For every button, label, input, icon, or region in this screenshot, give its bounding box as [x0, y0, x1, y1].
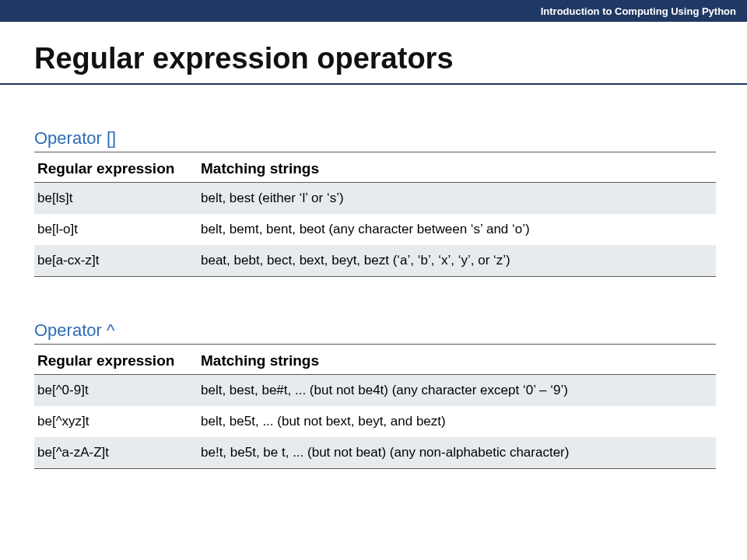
slide-content: Operator [] Regular expression Matching …: [0, 128, 747, 469]
col-header-regex: Regular expression: [34, 348, 198, 375]
cell-regex: be[l-o]t: [34, 214, 198, 245]
table-caret: Regular expression Matching strings be[^…: [34, 348, 716, 469]
table-bracket: Regular expression Matching strings be[l…: [34, 156, 716, 277]
table-row: be[^a-zA-Z]t be!t, be5t, be t, ... (but …: [34, 437, 716, 469]
cell-regex: be[^a-zA-Z]t: [34, 437, 198, 469]
cell-regex: be[ls]t: [34, 183, 198, 215]
col-header-match: Matching strings: [198, 156, 716, 183]
table-header-row: Regular expression Matching strings: [34, 156, 716, 183]
cell-match: belt, be5t, ... (but not bext, beyt, and…: [198, 406, 716, 437]
table-row: be[a-cx-z]t beat, bebt, bect, bext, beyt…: [34, 245, 716, 277]
section-label-caret: Operator ^: [34, 320, 716, 345]
section-label-bracket: Operator []: [34, 128, 716, 152]
cell-match: be!t, be5t, be t, ... (but not beat) (an…: [198, 437, 716, 469]
course-label: Introduction to Computing Using Python: [541, 5, 736, 17]
table-header-row: Regular expression Matching strings: [34, 348, 716, 375]
cell-match: belt, best (either ‘l’ or ‘s’): [198, 183, 716, 215]
table-row: be[^0-9]t belt, best, be#t, ... (but not…: [34, 375, 716, 407]
table-row: be[ls]t belt, best (either ‘l’ or ‘s’): [34, 183, 716, 215]
cell-regex: be[a-cx-z]t: [34, 245, 198, 277]
header-bar: Introduction to Computing Using Python: [0, 0, 747, 22]
cell-regex: be[^xyz]t: [34, 406, 198, 437]
cell-regex: be[^0-9]t: [34, 375, 198, 407]
cell-match: belt, best, be#t, ... (but not be4t) (an…: [198, 375, 716, 407]
table-row: be[l-o]t belt, bemt, bent, beot (any cha…: [34, 214, 716, 245]
cell-match: beat, bebt, bect, bext, beyt, bezt (‘a’,…: [198, 245, 716, 277]
table-row: be[^xyz]t belt, be5t, ... (but not bext,…: [34, 406, 716, 437]
col-header-match: Matching strings: [198, 348, 716, 375]
col-header-regex: Regular expression: [34, 156, 198, 183]
cell-match: belt, bemt, bent, beot (any character be…: [198, 214, 716, 245]
slide-title: Regular expression operators: [0, 22, 747, 85]
